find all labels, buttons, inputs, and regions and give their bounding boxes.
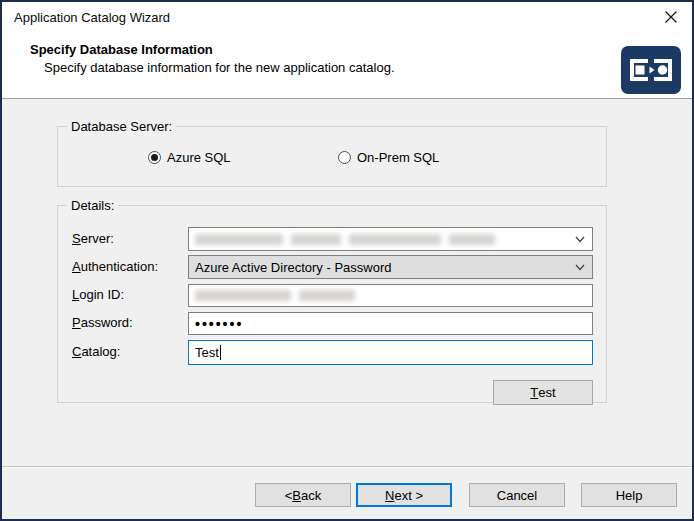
text-caret xyxy=(220,345,221,360)
details-group-label: Details: xyxy=(67,198,118,213)
radio-onprem-sql[interactable]: On-Prem SQL xyxy=(338,147,439,167)
catalog-label: Catalog: xyxy=(72,344,120,360)
next-button[interactable]: Next > xyxy=(356,483,452,507)
application-catalog-logo-icon xyxy=(621,46,681,94)
authentication-dropdown[interactable]: Azure Active Directory - Password xyxy=(188,255,593,279)
authentication-value: Azure Active Directory - Password xyxy=(195,260,392,275)
catalog-input[interactable]: Test xyxy=(188,340,593,365)
footer-separator xyxy=(2,466,694,468)
authentication-label: Authentication: xyxy=(72,259,158,275)
database-server-group-label: Database Server: xyxy=(67,119,176,134)
login-id-input[interactable] xyxy=(188,284,593,307)
page-title: Specify Database Information xyxy=(30,42,213,57)
radio-azure-sql[interactable]: Azure SQL xyxy=(148,147,231,167)
login-id-label: Login ID: xyxy=(72,287,124,303)
application-catalog-wizard-window: Application Catalog Wizard Specify Datab… xyxy=(0,0,694,521)
redacted-text xyxy=(195,234,568,245)
radio-unselected-icon xyxy=(338,151,351,164)
password-label: Password: xyxy=(72,315,133,331)
test-button[interactable]: Test xyxy=(493,380,593,405)
page-subtitle: Specify database information for the new… xyxy=(44,60,395,75)
help-button[interactable]: Help xyxy=(581,483,677,507)
database-server-options: Azure SQL On-Prem SQL xyxy=(2,147,694,167)
password-input[interactable]: ••••••• xyxy=(188,312,593,335)
wizard-header: Specify Database Information Specify dat… xyxy=(2,32,692,99)
server-combobox[interactable] xyxy=(188,227,593,251)
redacted-text xyxy=(195,290,586,301)
radio-onprem-sql-label: On-Prem SQL xyxy=(357,150,439,165)
radio-selected-icon xyxy=(148,151,161,164)
window-title: Application Catalog Wizard xyxy=(14,10,170,25)
chevron-down-icon xyxy=(575,236,585,243)
cancel-button[interactable]: Cancel xyxy=(469,483,565,507)
radio-azure-sql-label: Azure SQL xyxy=(167,150,231,165)
back-button[interactable]: < Back xyxy=(255,483,351,507)
close-button[interactable] xyxy=(650,2,692,32)
server-label: Server: xyxy=(72,231,114,247)
password-mask: ••••••• xyxy=(195,316,243,332)
catalog-value: Test xyxy=(195,345,219,360)
chevron-down-icon xyxy=(575,264,585,271)
close-icon xyxy=(664,10,678,24)
titlebar: Application Catalog Wizard xyxy=(2,2,692,32)
